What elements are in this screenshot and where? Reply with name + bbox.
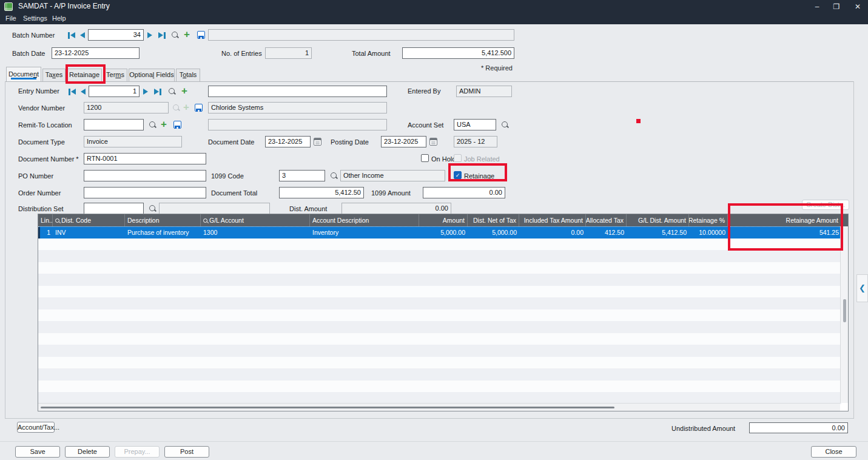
posting-date-input[interactable]: 23-12-2025 <box>381 136 426 147</box>
grid-cell[interactable] <box>689 262 728 274</box>
grid-cell[interactable] <box>468 333 519 345</box>
grid-cell[interactable] <box>689 321 728 333</box>
grid-cell[interactable] <box>125 381 201 393</box>
po-number-input[interactable] <box>84 170 206 181</box>
new-batch-icon[interactable]: + <box>184 30 190 39</box>
grid-cell[interactable] <box>38 250 53 262</box>
grid-cell[interactable] <box>38 345 53 357</box>
grid-cell[interactable] <box>689 345 728 357</box>
grid-cell[interactable] <box>310 321 419 333</box>
grid-cell[interactable] <box>38 238 53 251</box>
document-number-input[interactable]: RTN-0001 <box>84 153 206 164</box>
remit-to-input[interactable] <box>84 119 144 130</box>
order-number-input[interactable] <box>84 187 206 198</box>
grid-cell[interactable] <box>201 345 310 357</box>
document-date-input[interactable]: 23-12-2025 <box>265 136 311 147</box>
grid-column-header[interactable]: Dist. Net of Tax <box>468 214 519 226</box>
grid-cell[interactable] <box>419 392 468 404</box>
grid-cell[interactable] <box>468 381 519 393</box>
grid-cell[interactable] <box>38 333 53 345</box>
new-remit-icon[interactable]: + <box>161 120 167 129</box>
grid-cell[interactable]: 5,000.00 <box>468 227 519 238</box>
grid-cell[interactable] <box>201 333 310 345</box>
grid-cell[interactable] <box>310 357 419 369</box>
grid-cell[interactable] <box>310 286 419 298</box>
grid-cell[interactable]: 1 <box>38 227 53 238</box>
grid-cell[interactable] <box>125 368 201 381</box>
remit-finder-icon[interactable] <box>149 121 157 129</box>
grid-cell[interactable] <box>519 357 586 369</box>
grid-cell[interactable]: 412.50 <box>586 227 627 238</box>
grid-cell[interactable] <box>53 345 125 357</box>
grid-row[interactable] <box>38 357 841 369</box>
grid-row-selected[interactable]: 1INVPurchase of inventory1300Inventory5,… <box>38 226 841 238</box>
grid-cell[interactable] <box>53 250 125 262</box>
account-tax-button[interactable]: Account/Tax... <box>17 422 55 433</box>
batch-date-input[interactable]: 23-12-2025 <box>52 47 140 59</box>
minimize-button[interactable]: – <box>808 0 826 13</box>
grid-cell[interactable] <box>201 368 310 381</box>
grid-cell[interactable] <box>586 262 627 274</box>
grid-cell[interactable] <box>310 297 419 309</box>
grid-cell[interactable] <box>125 297 201 309</box>
grid-cell[interactable] <box>53 333 125 345</box>
grid-cell[interactable] <box>125 286 201 298</box>
grid-cell[interactable] <box>310 250 419 262</box>
grid-cell[interactable] <box>468 250 519 262</box>
grid-cell[interactable] <box>53 262 125 274</box>
grid-cell[interactable] <box>519 381 586 393</box>
1099-amount-input[interactable]: 0.00 <box>423 187 505 198</box>
grid-cell[interactable] <box>38 381 53 393</box>
grid-cell[interactable] <box>519 262 586 274</box>
grid-cell[interactable] <box>728 250 841 262</box>
batch-drilldown-icon[interactable] <box>197 31 205 39</box>
grid-cell[interactable] <box>53 286 125 298</box>
grid-cell[interactable] <box>53 381 125 393</box>
grid-cell[interactable] <box>468 321 519 333</box>
grid-cell[interactable] <box>310 333 419 345</box>
tab-document[interactable]: Document <box>6 67 41 81</box>
save-button[interactable]: Save <box>15 446 60 458</box>
grid-cell[interactable] <box>728 333 841 345</box>
grid-row[interactable] <box>38 250 841 262</box>
post-button[interactable]: Post <box>164 446 209 458</box>
on-hold-checkbox[interactable] <box>421 154 429 162</box>
grid-cell[interactable] <box>627 274 689 286</box>
grid-cell[interactable] <box>125 321 201 333</box>
grid-cell[interactable] <box>689 357 728 369</box>
account-set-input[interactable]: USA <box>454 119 496 130</box>
delete-button[interactable]: Delete <box>65 446 110 458</box>
entry-description-input[interactable] <box>208 86 387 97</box>
grid-column-header[interactable]: G/L Account <box>201 214 310 226</box>
grid-cell[interactable] <box>201 309 310 322</box>
grid-cell[interactable] <box>586 250 627 262</box>
grid-cell[interactable] <box>419 333 468 345</box>
grid-row[interactable] <box>38 286 841 298</box>
grid-column-header[interactable]: Amount <box>419 214 468 226</box>
grid-cell[interactable] <box>38 357 53 369</box>
collapse-panel-chevron-icon[interactable]: ❮ <box>856 274 868 302</box>
grid-cell[interactable] <box>627 357 689 369</box>
grid-row[interactable] <box>38 297 841 309</box>
grid-cell[interactable]: 10.00000 <box>689 227 728 238</box>
grid-cell[interactable] <box>519 274 586 286</box>
grid-cell[interactable] <box>627 381 689 393</box>
grid-cell[interactable] <box>627 286 689 298</box>
grid-cell[interactable] <box>519 392 586 404</box>
grid-cell[interactable] <box>586 368 627 381</box>
tab-totals[interactable]: Totals <box>176 69 200 81</box>
grid-cell[interactable] <box>519 297 586 309</box>
menu-settings[interactable]: Settings <box>23 15 47 22</box>
remit-drilldown-icon[interactable] <box>173 121 181 129</box>
grid-cell[interactable] <box>419 286 468 298</box>
grid-cell[interactable] <box>38 368 53 381</box>
grid-cell[interactable]: 0.00 <box>519 227 586 238</box>
grid-cell[interactable] <box>310 274 419 286</box>
grid-cell[interactable] <box>586 309 627 322</box>
grid-cell[interactable] <box>419 262 468 274</box>
grid-row[interactable] <box>38 262 841 274</box>
vertical-scrollbar-thumb[interactable] <box>843 299 846 322</box>
grid-cell[interactable] <box>627 238 689 251</box>
previous-entry-button[interactable] <box>81 88 86 95</box>
grid-cell[interactable] <box>586 238 627 251</box>
